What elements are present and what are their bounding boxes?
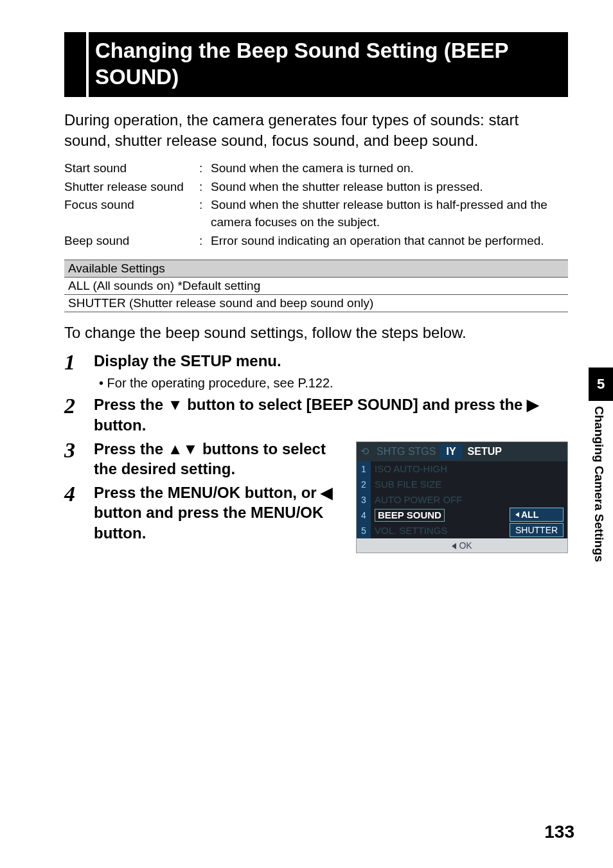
section-title: Changing the Beep Sound Setting (BEEP SO… — [64, 32, 568, 97]
chapter-side-tab: 5 Changing Camera Settings — [589, 368, 613, 618]
tab-shtg-stgs: SHTG STGS — [373, 446, 440, 457]
right-arrow-icon: ▶ — [527, 394, 538, 414]
table-header: Available Settings — [64, 260, 568, 278]
chapter-label: Changing Camera Settings — [592, 401, 610, 562]
step-2: 2 Press the ▼ button to select [BEEP SOU… — [64, 394, 568, 434]
tab-setup: SETUP — [463, 446, 507, 457]
step-3: 3 Press the ▲▼ buttons to select the des… — [64, 439, 344, 479]
down-arrow-icon: ▼ — [183, 439, 199, 459]
step-number: 2 — [64, 394, 94, 434]
menu-item: VOL. SETTINGS SHUTTER — [371, 523, 567, 538]
step-heading: Press the MENU/OK button, or ◀ button an… — [94, 483, 344, 543]
option-all: ALL — [510, 508, 564, 522]
step-4: 4 Press the MENU/OK button, or ◀ button … — [64, 483, 344, 543]
up-arrow-icon: ▲ — [168, 439, 183, 459]
option-shutter: SHUTTER — [510, 523, 564, 537]
page-number: 133 — [544, 822, 574, 842]
step-number: 4 — [64, 483, 94, 543]
tab-icon-selected: IY — [440, 444, 462, 459]
intro-paragraph: During operation, the camera generates f… — [64, 110, 568, 152]
step-number: 3 — [64, 439, 94, 479]
menu-item: SUB FILE SIZE — [371, 477, 567, 492]
section-title-text: Changing the Beep Sound Setting (BEEP SO… — [89, 32, 568, 97]
menu-footer: OK — [357, 538, 567, 553]
menu-item-selected: BEEP SOUND ALL — [371, 508, 567, 523]
step-heading: Display the SETUP menu. — [94, 351, 568, 371]
step-1: 1 Display the SETUP menu. • For the oper… — [64, 351, 568, 391]
option-popup: ALL — [510, 508, 564, 522]
def-row: Beep sound:Error sound indicating an ope… — [64, 233, 568, 250]
table-row: SHUTTER (Shutter release sound and beep … — [64, 295, 568, 312]
step-heading: Press the ▼ button to select [BEEP SOUND… — [94, 394, 568, 434]
left-arrow-icon: ◀ — [321, 483, 332, 502]
available-settings-table: Available Settings ALL (All sounds on) *… — [64, 260, 568, 312]
menu-items: ISO AUTO-HIGH SUB FILE SIZE AUTO POWER O… — [371, 461, 567, 538]
step-subtext: • For the operating procedure, see P.122… — [99, 376, 568, 391]
def-row: Focus sound:Sound when the shutter relea… — [64, 197, 568, 231]
def-row: Start sound:Sound when the camera is tur… — [64, 160, 568, 177]
sound-definitions: Start sound:Sound when the camera is tur… — [64, 160, 568, 249]
menu-tabs: ⟲ SHTG STGS IY SETUP — [357, 442, 567, 461]
step-heading: Press the ▲▼ buttons to select the desir… — [94, 439, 344, 479]
intro2-paragraph: To change the beep sound settings, follo… — [64, 324, 568, 342]
mode-icon: ⟲ — [357, 445, 373, 457]
chapter-number: 5 — [589, 368, 613, 401]
menu-item: AUTO POWER OFF — [371, 492, 567, 508]
menu-item: ISO AUTO-HIGH — [371, 461, 567, 477]
table-row: ALL (All sounds on) *Default setting — [64, 278, 568, 295]
left-arrow-icon — [452, 543, 456, 549]
step-number: 1 — [64, 351, 94, 391]
menu-page-numbers: 1 2 3 4 5 — [357, 461, 371, 538]
camera-setup-menu-screenshot: ⟲ SHTG STGS IY SETUP 1 2 3 4 5 ISO AUTO-… — [356, 441, 568, 553]
def-row: Shutter release sound:Sound when the shu… — [64, 179, 568, 196]
down-arrow-icon: ▼ — [168, 394, 183, 414]
